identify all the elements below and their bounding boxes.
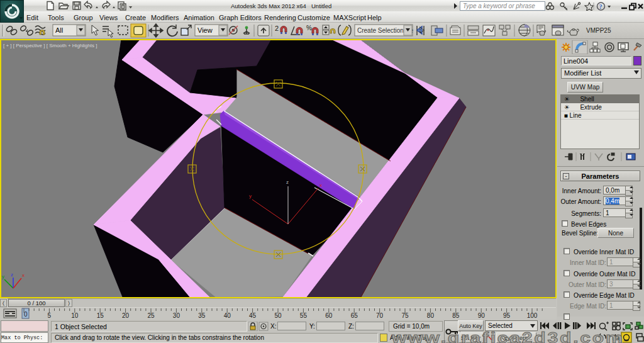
svg-text:30: 30 (173, 312, 180, 319)
svg-text:100: 100 (527, 312, 538, 319)
svg-text:2: 2 (275, 25, 279, 32)
svg-text:15: 15 (97, 312, 104, 319)
svg-text:VMPP25: VMPP25 (586, 27, 611, 34)
svg-text:40: 40 (224, 312, 231, 319)
svg-text:z: z (286, 179, 289, 185)
svg-text:25: 25 (147, 312, 155, 319)
svg-text:55: 55 (300, 312, 308, 319)
svg-text:All: All (55, 26, 63, 34)
svg-text:View: View (197, 26, 213, 34)
svg-text:90: 90 (478, 312, 486, 319)
svg-text:?: ? (599, 3, 602, 10)
svg-text:50: 50 (274, 312, 282, 319)
svg-text:95: 95 (503, 312, 511, 319)
svg-text:y: y (249, 193, 252, 199)
svg-text:y: y (2, 274, 4, 279)
svg-text:x: x (319, 183, 322, 188)
svg-text:60: 60 (325, 312, 333, 319)
svg-text:10: 10 (71, 312, 79, 319)
svg-text:%: % (306, 25, 312, 31)
svg-text:65: 65 (351, 312, 358, 319)
svg-text:45: 45 (249, 312, 257, 319)
svg-text:35: 35 (198, 312, 206, 319)
svg-text:20: 20 (122, 312, 130, 319)
svg-text:x: x (22, 273, 25, 278)
svg-text:75: 75 (401, 312, 409, 319)
svg-text:85: 85 (452, 312, 460, 319)
svg-text:80: 80 (427, 312, 435, 319)
svg-text:z: z (11, 272, 13, 278)
svg-text:70: 70 (376, 312, 384, 319)
svg-text:5: 5 (48, 312, 52, 319)
